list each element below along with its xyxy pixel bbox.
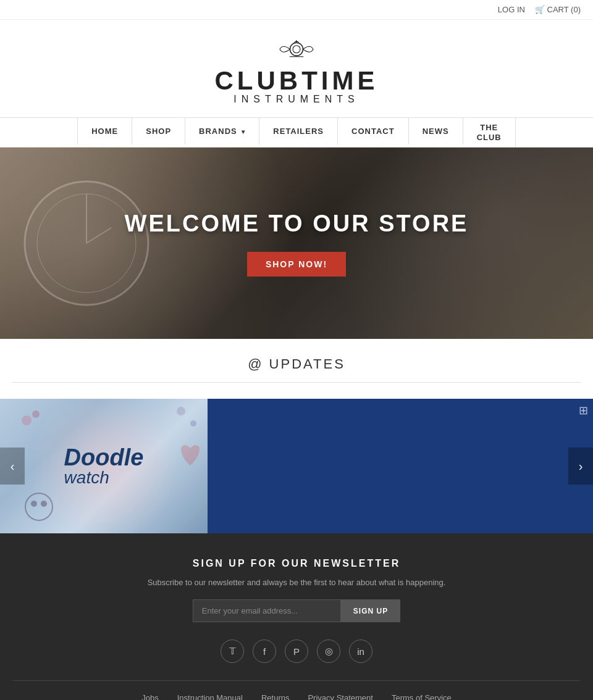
twitter-icon: 𝕋 bbox=[229, 646, 236, 657]
nav-item-news[interactable]: NEWS bbox=[409, 118, 463, 147]
svg-point-2 bbox=[295, 41, 297, 43]
email-input[interactable] bbox=[193, 599, 341, 622]
nav-link-home[interactable]: HOME bbox=[77, 118, 132, 144]
carousel-slide-left: Doodle watch bbox=[0, 399, 208, 533]
logo-emblem-icon bbox=[278, 38, 315, 63]
cart-icon: 🛒 bbox=[535, 5, 545, 14]
nav-link-club[interactable]: THECLUB bbox=[463, 118, 516, 147]
footer-link-returns[interactable]: Returns bbox=[261, 693, 290, 700]
nav-item-home[interactable]: HOME bbox=[77, 118, 132, 147]
svg-point-0 bbox=[290, 43, 303, 56]
top-bar: LOG IN 🛒 CART (0) bbox=[0, 0, 593, 20]
chevron-down-icon: ▾ bbox=[242, 128, 245, 135]
carousel-corner-icon: ⊞ bbox=[579, 404, 588, 417]
svg-point-8 bbox=[25, 493, 53, 520]
newsletter-title: SIGN UP FOR OUR NEWSLETTER bbox=[12, 558, 581, 569]
nav-link-news[interactable]: NEWS bbox=[409, 118, 463, 144]
updates-divider bbox=[12, 382, 581, 383]
cart-count: (0) bbox=[571, 5, 581, 14]
nav-item-club[interactable]: THECLUB bbox=[463, 118, 516, 147]
social-pinterest[interactable]: P bbox=[285, 640, 308, 663]
carousel-section: ‹ Doodle watch ⊞ bbox=[0, 399, 593, 533]
login-link[interactable]: LOG IN bbox=[498, 5, 525, 14]
updates-section: @ UPDATES bbox=[0, 339, 593, 399]
nav-link-contact[interactable]: CONTACT bbox=[338, 118, 409, 144]
nav-link-retailers[interactable]: RETAILERS bbox=[259, 118, 338, 144]
logo-sub: INSTRUMENTS bbox=[215, 94, 379, 105]
facebook-icon: f bbox=[263, 646, 266, 657]
svg-point-13 bbox=[177, 407, 185, 415]
doodle-text: Doodle watch bbox=[52, 433, 156, 499]
instagram-icon: ◎ bbox=[325, 646, 333, 657]
svg-point-12 bbox=[32, 410, 40, 418]
nav-item-contact[interactable]: CONTACT bbox=[338, 118, 409, 147]
nav-club-label: THECLUB bbox=[477, 123, 502, 142]
linkedin-icon: in bbox=[357, 646, 364, 657]
logo-container[interactable]: CLUBTIME INSTRUMENTS bbox=[215, 38, 379, 105]
social-icons: 𝕋 f P ◎ in bbox=[12, 640, 581, 663]
carousel-next-button[interactable]: › bbox=[568, 448, 593, 485]
nav-link-shop[interactable]: SHOP bbox=[132, 118, 185, 144]
carousel-track: Doodle watch ⊞ bbox=[0, 399, 593, 533]
logo-brand: CLUBTIME bbox=[215, 68, 379, 94]
shop-now-button[interactable]: SHOP NOW! bbox=[247, 252, 346, 277]
social-instagram[interactable]: ◎ bbox=[317, 640, 340, 663]
hero-title: WELCOME TO OUR STORE bbox=[125, 210, 469, 237]
newsletter-form: SIGN UP bbox=[12, 599, 581, 622]
footer-dark: SIGN UP FOR OUR NEWSLETTER Subscribe to … bbox=[0, 533, 593, 700]
carousel-prev-button[interactable]: ‹ bbox=[0, 448, 25, 485]
footer-link-privacy[interactable]: Privacy Statement bbox=[308, 693, 373, 700]
svg-point-9 bbox=[31, 501, 37, 507]
newsletter-subtitle: Subscribe to our newsletter and always b… bbox=[12, 578, 581, 587]
social-facebook[interactable]: f bbox=[253, 640, 276, 663]
hero-content: WELCOME TO OUR STORE SHOP NOW! bbox=[125, 210, 469, 277]
updates-title: @ UPDATES bbox=[12, 356, 581, 372]
cart-label: CART bbox=[547, 5, 569, 14]
svg-point-14 bbox=[190, 420, 196, 427]
signup-button[interactable]: SIGN UP bbox=[341, 599, 400, 622]
pinterest-icon: P bbox=[293, 646, 300, 657]
footer-link-terms[interactable]: Terms of Service bbox=[392, 693, 452, 700]
svg-point-10 bbox=[41, 501, 47, 507]
carousel-slide-right: ⊞ bbox=[208, 399, 593, 533]
main-nav: HOME SHOP BRANDS ▾ RETAILERS CONTACT NEW… bbox=[0, 117, 593, 148]
footer-link-jobs[interactable]: Jobs bbox=[141, 693, 158, 700]
cart-link[interactable]: 🛒 CART (0) bbox=[535, 5, 581, 14]
social-twitter[interactable]: 𝕋 bbox=[221, 640, 244, 663]
doodle-word1: Doodle bbox=[64, 446, 144, 469]
nav-item-brands[interactable]: BRANDS ▾ bbox=[185, 118, 259, 147]
nav-item-retailers[interactable]: RETAILERS bbox=[259, 118, 338, 147]
hero-section: WELCOME TO OUR STORE SHOP NOW! bbox=[0, 148, 593, 339]
nav-item-shop[interactable]: SHOP bbox=[132, 118, 185, 147]
footer-links: Jobs Instruction Manual Returns Privacy … bbox=[12, 680, 581, 700]
logo-section: CLUBTIME INSTRUMENTS bbox=[0, 20, 593, 117]
svg-point-1 bbox=[293, 46, 300, 53]
nav-link-brands[interactable]: BRANDS ▾ bbox=[185, 118, 259, 144]
nav-list: HOME SHOP BRANDS ▾ RETAILERS CONTACT NEW… bbox=[0, 118, 593, 147]
doodle-word2: watch bbox=[64, 469, 144, 486]
svg-point-11 bbox=[22, 415, 32, 425]
footer-link-instruction-manual[interactable]: Instruction Manual bbox=[177, 693, 243, 700]
social-linkedin[interactable]: in bbox=[349, 640, 372, 663]
brands-label: BRANDS bbox=[199, 127, 237, 136]
